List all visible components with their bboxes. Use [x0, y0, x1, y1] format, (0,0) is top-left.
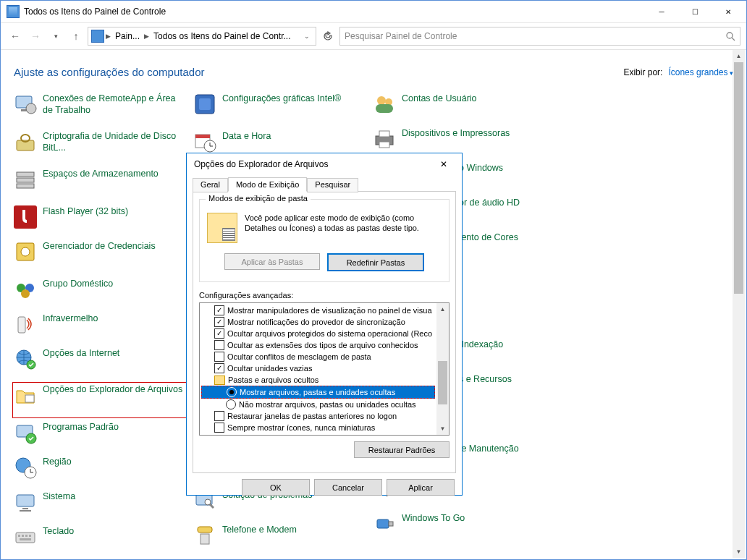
- back-button[interactable]: ←: [7, 27, 24, 45]
- restore-defaults-button[interactable]: Restaurar Padrões: [354, 441, 450, 458]
- tree-item[interactable]: Não mostrar arquivos, pastas ou unidades…: [201, 399, 435, 410]
- checkbox-checked-icon[interactable]: [214, 328, 224, 339]
- svg-rect-8: [17, 178, 34, 182]
- checkbox-checked-icon[interactable]: [214, 317, 224, 327]
- cp-item-bitlocker[interactable]: Criptografia de Unidade de Disco BitL...: [14, 130, 193, 168]
- checkbox-icon[interactable]: [214, 423, 224, 433]
- recent-dropdown[interactable]: ▾: [47, 27, 64, 45]
- tree-item[interactable]: Ocultar unidades vazias: [201, 362, 435, 374]
- cp-item-phone-modem[interactable]: Telefone e Modem: [193, 524, 373, 559]
- tree-item[interactable]: Ocultar arquivos protegidos do sistema o…: [201, 328, 435, 339]
- tree-item[interactable]: Restaurar janelas de pastas anteriores n…: [201, 410, 435, 422]
- checkbox-checked-icon[interactable]: [214, 305, 224, 315]
- svg-rect-15: [18, 317, 25, 333]
- cp-item-credentials[interactable]: Gerenciador de Credenciais: [14, 240, 193, 278]
- tab-view[interactable]: Modo de Exibição: [228, 177, 307, 192]
- checkbox-icon[interactable]: [214, 340, 224, 350]
- tab-general[interactable]: Geral: [193, 178, 228, 192]
- cp-item-flash[interactable]: Flash Player (32 bits): [14, 205, 193, 240]
- svg-rect-35: [195, 135, 210, 138]
- dialog-title-bar[interactable]: Opções do Explorador de Arquivos ✕: [187, 153, 462, 175]
- checkbox-icon[interactable]: [214, 352, 224, 362]
- cancel-button[interactable]: Cancelar: [314, 479, 382, 496]
- forward-button[interactable]: →: [27, 27, 44, 45]
- reset-folders-button[interactable]: Redefinir Pastas: [327, 253, 424, 271]
- svg-rect-33: [199, 98, 211, 110]
- infrared-icon: [14, 313, 37, 336]
- dialog-close-button[interactable]: ✕: [433, 153, 455, 175]
- refresh-button[interactable]: [319, 27, 337, 45]
- system-icon: [14, 491, 37, 514]
- tree-item[interactable]: Ocultar as extensões dos tipos de arquiv…: [201, 339, 435, 351]
- highlight-box: Opções do Explorador de Arquivos: [12, 382, 193, 418]
- apply-button[interactable]: Aplicar: [387, 479, 455, 496]
- viewby-dropdown[interactable]: Ícones grandes: [668, 67, 733, 77]
- breadcrumb-dropdown[interactable]: ⌄: [301, 33, 313, 40]
- cp-item-internet-options[interactable]: Opções da Internet: [14, 347, 193, 382]
- scroll-up-button[interactable]: ▲: [436, 303, 449, 315]
- svg-rect-18: [25, 395, 34, 402]
- svg-point-0: [727, 33, 733, 38]
- tree-item[interactable]: Ocultar conflitos de mesclagem de pasta: [201, 351, 435, 362]
- tab-search[interactable]: Pesquisar: [307, 178, 358, 192]
- cp-item-homegroup[interactable]: Grupo Doméstico: [14, 278, 193, 313]
- svg-point-11: [21, 247, 30, 256]
- checkbox-icon[interactable]: [214, 411, 224, 421]
- svg-rect-46: [379, 142, 389, 148]
- scroll-down-button[interactable]: ▼: [436, 423, 449, 435]
- scroll-thumb[interactable]: [438, 361, 447, 404]
- cp-item-default-programs[interactable]: Programas Padrão: [14, 421, 193, 456]
- tree-scrollbar[interactable]: ▲ ▼: [436, 303, 449, 435]
- minimize-button[interactable]: ─: [645, 1, 678, 22]
- apply-to-folders-button[interactable]: Aplicar às Pastas: [224, 253, 320, 270]
- search-input[interactable]: Pesquisar Painel de Controle: [339, 27, 740, 46]
- chevron-right-icon[interactable]: ▶: [106, 33, 111, 40]
- cp-item-infrared[interactable]: Infravermelho: [14, 313, 193, 347]
- groupbox-title: Modos de exibição de pasta: [206, 194, 311, 203]
- cp-item-storage-spaces[interactable]: Espaços de Armazenamento: [14, 168, 193, 205]
- search-icon: [725, 31, 735, 41]
- ok-button[interactable]: OK: [242, 479, 310, 496]
- maximize-button[interactable]: ☐: [678, 1, 712, 22]
- cp-item-user-accounts[interactable]: Contas de Usuário: [373, 93, 552, 127]
- drives-icon: [14, 168, 37, 191]
- svg-rect-30: [29, 535, 31, 537]
- tree-folder[interactable]: Pastas e arquivos ocultos: [201, 374, 435, 386]
- cp-item-windows-to-go[interactable]: Windows To Go: [373, 512, 552, 547]
- svg-rect-39: [198, 527, 212, 533]
- folder-icon: [214, 376, 225, 385]
- checkbox-checked-icon[interactable]: [214, 363, 224, 373]
- folder-views-group: Modos de exibição de pasta Você pode apl…: [199, 199, 450, 282]
- control-panel-icon: [91, 30, 104, 43]
- tree-item[interactable]: Sempre mostrar ícones, nunca miniaturas: [201, 422, 435, 433]
- search-placeholder: Pesquisar Painel de Controle: [345, 31, 725, 41]
- cp-item-intel-graphics[interactable]: Configurações gráficas Intel®: [193, 93, 373, 130]
- viewby-label: Exibir por:: [623, 67, 662, 77]
- intel-icon: [193, 93, 216, 116]
- svg-rect-48: [389, 522, 393, 526]
- users-icon: [373, 93, 396, 116]
- radio-icon[interactable]: [226, 399, 236, 410]
- breadcrumb[interactable]: ▶ Pain... ▶ Todos os Itens do Painel de …: [88, 27, 316, 46]
- page-title: Ajuste as configurações do computador: [14, 66, 205, 78]
- radio-checked-icon[interactable]: [227, 387, 237, 397]
- cp-item-keyboard[interactable]: Teclado: [14, 525, 193, 559]
- close-button[interactable]: ✕: [712, 1, 745, 22]
- tree-item-selected[interactable]: Mostrar arquivos, pastas e unidades ocul…: [201, 386, 435, 399]
- advanced-settings-tree[interactable]: Mostrar manipuladores de visualização no…: [199, 302, 450, 436]
- cp-item-system[interactable]: Sistema: [14, 491, 193, 525]
- title-bar: Todos os Itens do Painel de Controle ─ ☐…: [1, 1, 746, 23]
- cp-item-folder-options[interactable]: Opções do Explorador de Arquivos: [14, 383, 192, 417]
- svg-rect-31: [20, 538, 31, 540]
- breadcrumb-segment[interactable]: Todos os Itens do Painel de Contr...: [151, 31, 293, 41]
- up-button[interactable]: ↑: [67, 27, 85, 45]
- tree-item[interactable]: Mostrar notificações do provedor de sinc…: [201, 316, 435, 328]
- chevron-right-icon[interactable]: ▶: [144, 33, 149, 40]
- tree-item[interactable]: Mostrar manipuladores de visualização no…: [201, 305, 435, 316]
- cp-item-remoteapp[interactable]: Conexões de RemoteApp e Área de Trabalho: [14, 93, 193, 130]
- breadcrumb-segment[interactable]: Pain...: [112, 31, 143, 41]
- group-description: Você pode aplicar este modo de exibição …: [245, 213, 419, 243]
- cp-item-region[interactable]: Região: [14, 456, 193, 491]
- advanced-settings-label: Configurações avançadas:: [199, 291, 450, 300]
- folder-options-dialog: Opções do Explorador de Arquivos ✕ Geral…: [186, 153, 463, 496]
